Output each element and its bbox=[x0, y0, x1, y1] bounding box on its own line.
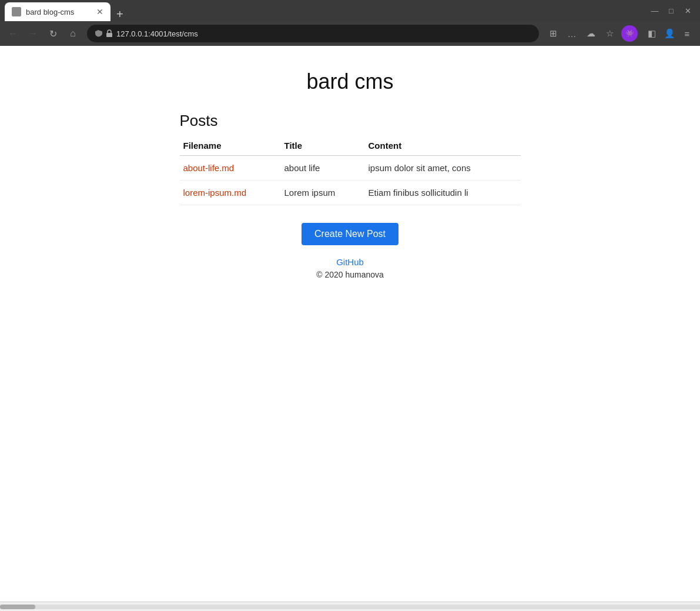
more-icon[interactable]: … bbox=[564, 25, 580, 42]
col-title: Title bbox=[281, 136, 365, 156]
site-title: bard cms bbox=[180, 69, 521, 94]
extension-icon[interactable]: 👾 bbox=[621, 25, 638, 42]
browser-scrollbar[interactable] bbox=[0, 602, 700, 611]
col-content: Content bbox=[365, 136, 521, 156]
home-button[interactable]: ⌂ bbox=[65, 25, 81, 42]
shield-icon bbox=[94, 29, 102, 38]
table-body: about-life.mdabout lifeipsum dolor sit a… bbox=[180, 156, 521, 205]
content-wrapper: bard cms Posts Filename Title Content ab… bbox=[168, 69, 532, 280]
menu-icon[interactable]: ≡ bbox=[679, 25, 695, 42]
new-tab-button[interactable]: + bbox=[113, 8, 127, 21]
cell-content: Etiam finibus sollicitudin li bbox=[365, 181, 521, 205]
browser-toolbar: ← → ↻ ⌂ 127.0.0.1:4001/test/cms ⊞ … ☁ ☆ … bbox=[0, 21, 700, 46]
active-tab[interactable]: bard blog-cms ✕ bbox=[5, 2, 110, 21]
browser-chrome: bard blog-cms ✕ + — □ ✕ ← → ↻ ⌂ 127.0.0.… bbox=[0, 0, 700, 46]
minimize-button[interactable]: — bbox=[647, 3, 662, 18]
cell-title: Lorem ipsum bbox=[281, 181, 365, 205]
cell-filename[interactable]: lorem-ipsum.md bbox=[180, 181, 281, 205]
forward-button[interactable]: → bbox=[25, 25, 41, 42]
url-text: 127.0.0.1:4001/test/cms bbox=[116, 29, 532, 38]
lock-icon bbox=[106, 29, 113, 38]
footer: GitHub © 2020 humanova bbox=[180, 257, 521, 280]
tab-close-button[interactable]: ✕ bbox=[96, 8, 103, 16]
pocket-icon[interactable]: ☁ bbox=[582, 25, 599, 42]
browser-extensions: 👾 bbox=[621, 25, 640, 42]
posts-heading: Posts bbox=[180, 112, 521, 130]
posts-table: Filename Title Content about-life.mdabou… bbox=[180, 136, 521, 205]
refresh-button[interactable]: ↻ bbox=[45, 25, 61, 42]
maximize-button[interactable]: □ bbox=[664, 3, 679, 18]
browser-titlebar: bard blog-cms ✕ + — □ ✕ bbox=[0, 0, 700, 21]
account-icon[interactable]: 👤 bbox=[661, 25, 678, 42]
cell-content: ipsum dolor sit amet, cons bbox=[365, 156, 521, 181]
cell-filename[interactable]: about-life.md bbox=[180, 156, 281, 181]
tab-title: bard blog-cms bbox=[26, 8, 74, 16]
table-row: about-life.mdabout lifeipsum dolor sit a… bbox=[180, 156, 521, 181]
scrollbar-thumb bbox=[0, 605, 35, 609]
col-filename: Filename bbox=[180, 136, 281, 156]
scrollbar-track bbox=[0, 605, 700, 609]
sidebar-icon[interactable]: ◧ bbox=[644, 25, 660, 42]
bookmarks-icon[interactable]: ⊞ bbox=[545, 25, 561, 42]
address-bar[interactable]: 127.0.0.1:4001/test/cms bbox=[87, 25, 539, 42]
star-icon[interactable]: ☆ bbox=[601, 25, 618, 42]
svg-rect-0 bbox=[106, 33, 112, 37]
tab-favicon bbox=[12, 7, 21, 16]
create-new-post-button[interactable]: Create New Post bbox=[302, 223, 398, 245]
table-header-row: Filename Title Content bbox=[180, 136, 521, 156]
copyright-text: © 2020 humanova bbox=[316, 270, 384, 279]
page-content: bard cms Posts Filename Title Content ab… bbox=[0, 46, 700, 602]
table-head: Filename Title Content bbox=[180, 136, 521, 156]
cell-title: about life bbox=[281, 156, 365, 181]
close-button[interactable]: ✕ bbox=[680, 3, 695, 18]
toolbar-icons: ⊞ … ☁ ☆ bbox=[545, 25, 618, 42]
github-link[interactable]: GitHub bbox=[180, 257, 521, 267]
back-button[interactable]: ← bbox=[5, 25, 21, 42]
browser-menu-icons: ◧ 👤 ≡ bbox=[644, 25, 695, 42]
table-row: lorem-ipsum.mdLorem ipsumEtiam finibus s… bbox=[180, 181, 521, 205]
tab-bar: bard blog-cms ✕ + bbox=[5, 0, 127, 21]
